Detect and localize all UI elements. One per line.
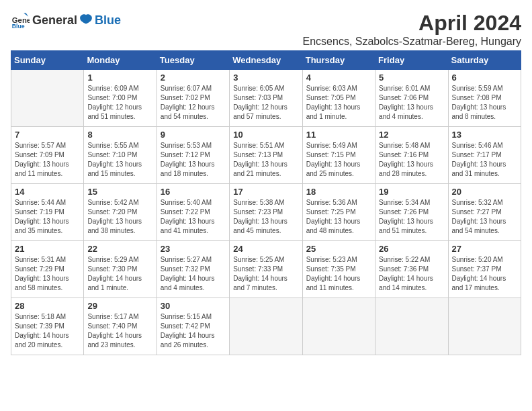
day-info: Sunrise: 5:31 AM Sunset: 7:29 PM Dayligh… [15,255,80,293]
svg-text:Blue: Blue [12,23,25,30]
calendar-day-cell [11,70,84,127]
calendar-day-cell: 24Sunrise: 5:25 AM Sunset: 7:33 PM Dayli… [230,241,302,298]
day-number: 17 [233,187,298,197]
day-info: Sunrise: 5:44 AM Sunset: 7:19 PM Dayligh… [15,198,80,236]
calendar-day-cell: 23Sunrise: 5:27 AM Sunset: 7:32 PM Dayli… [157,241,229,298]
day-number: 19 [379,187,444,197]
day-header-sunday: Sunday [11,51,84,70]
day-info: Sunrise: 5:17 AM Sunset: 7:40 PM Dayligh… [87,312,152,350]
day-info: Sunrise: 6:01 AM Sunset: 7:06 PM Dayligh… [379,84,444,122]
day-number: 9 [161,130,226,140]
day-info: Sunrise: 5:55 AM Sunset: 7:10 PM Dayligh… [87,141,152,179]
calendar-day-cell: 4Sunrise: 6:03 AM Sunset: 7:05 PM Daylig… [302,70,375,127]
day-number: 23 [161,244,226,254]
day-number: 25 [306,244,371,254]
day-info: Sunrise: 5:18 AM Sunset: 7:39 PM Dayligh… [15,312,80,350]
day-number: 16 [161,187,226,197]
title-block: April 2024 Encsencs, Szabolcs-Szatmar-Be… [303,11,521,48]
logo-bird-icon [78,13,94,27]
day-info: Sunrise: 5:49 AM Sunset: 7:15 PM Dayligh… [306,141,371,179]
day-info: Sunrise: 5:57 AM Sunset: 7:09 PM Dayligh… [15,141,80,179]
calendar-day-cell: 21Sunrise: 5:31 AM Sunset: 7:29 PM Dayli… [11,241,84,298]
day-info: Sunrise: 5:46 AM Sunset: 7:17 PM Dayligh… [452,141,517,179]
calendar-header-row: SundayMondayTuesdayWednesdayThursdayFrid… [11,51,521,70]
calendar-day-cell: 18Sunrise: 5:36 AM Sunset: 7:25 PM Dayli… [302,184,375,241]
day-number: 11 [306,130,371,140]
calendar-day-cell: 5Sunrise: 6:01 AM Sunset: 7:06 PM Daylig… [375,70,448,127]
day-number: 2 [161,73,226,83]
day-info: Sunrise: 5:15 AM Sunset: 7:42 PM Dayligh… [161,312,226,350]
calendar-day-cell: 19Sunrise: 5:34 AM Sunset: 7:26 PM Dayli… [375,184,448,241]
day-info: Sunrise: 5:51 AM Sunset: 7:13 PM Dayligh… [233,141,298,179]
location-subtitle: Encsencs, Szabolcs-Szatmar-Bereg, Hungar… [303,36,521,48]
day-number: 27 [452,244,517,254]
calendar-day-cell [302,298,375,355]
logo-blue-text: Blue [95,13,121,28]
day-number: 7 [15,130,80,140]
day-info: Sunrise: 5:34 AM Sunset: 7:26 PM Dayligh… [379,198,444,236]
day-header-tuesday: Tuesday [157,51,229,70]
day-info: Sunrise: 6:05 AM Sunset: 7:03 PM Dayligh… [233,84,298,122]
day-info: Sunrise: 5:29 AM Sunset: 7:30 PM Dayligh… [87,255,152,293]
calendar-day-cell: 2Sunrise: 6:07 AM Sunset: 7:02 PM Daylig… [157,70,229,127]
day-info: Sunrise: 5:36 AM Sunset: 7:25 PM Dayligh… [306,198,371,236]
calendar-day-cell: 29Sunrise: 5:17 AM Sunset: 7:40 PM Dayli… [84,298,157,355]
calendar-week-row: 1Sunrise: 6:09 AM Sunset: 7:00 PM Daylig… [11,70,521,127]
calendar-day-cell: 1Sunrise: 6:09 AM Sunset: 7:00 PM Daylig… [84,70,157,127]
day-number: 3 [233,73,298,83]
calendar-week-row: 28Sunrise: 5:18 AM Sunset: 7:39 PM Dayli… [11,298,521,355]
day-number: 20 [452,187,517,197]
day-number: 6 [452,73,517,83]
calendar-week-row: 7Sunrise: 5:57 AM Sunset: 7:09 PM Daylig… [11,127,521,184]
day-info: Sunrise: 5:20 AM Sunset: 7:37 PM Dayligh… [452,255,517,293]
day-info: Sunrise: 5:32 AM Sunset: 7:27 PM Dayligh… [452,198,517,236]
day-info: Sunrise: 5:23 AM Sunset: 7:35 PM Dayligh… [306,255,371,293]
day-number: 4 [306,73,371,83]
day-header-saturday: Saturday [448,51,521,70]
calendar-day-cell: 30Sunrise: 5:15 AM Sunset: 7:42 PM Dayli… [157,298,229,355]
page-header: General Blue General Blue April 2024 Enc… [11,11,521,48]
day-info: Sunrise: 5:53 AM Sunset: 7:12 PM Dayligh… [161,141,226,179]
day-number: 24 [233,244,298,254]
day-number: 26 [379,244,444,254]
calendar-day-cell: 20Sunrise: 5:32 AM Sunset: 7:27 PM Dayli… [448,184,521,241]
day-number: 14 [15,187,80,197]
day-number: 12 [379,130,444,140]
day-info: Sunrise: 5:27 AM Sunset: 7:32 PM Dayligh… [161,255,226,293]
calendar-day-cell: 3Sunrise: 6:05 AM Sunset: 7:03 PM Daylig… [230,70,302,127]
day-number: 18 [306,187,371,197]
calendar-day-cell [448,298,521,355]
day-number: 10 [233,130,298,140]
day-number: 21 [15,244,80,254]
calendar-week-row: 21Sunrise: 5:31 AM Sunset: 7:29 PM Dayli… [11,241,521,298]
day-info: Sunrise: 5:38 AM Sunset: 7:23 PM Dayligh… [233,198,298,236]
calendar-day-cell [230,298,302,355]
calendar-day-cell: 9Sunrise: 5:53 AM Sunset: 7:12 PM Daylig… [157,127,229,184]
logo: General Blue General Blue [11,11,121,30]
calendar-day-cell: 6Sunrise: 5:59 AM Sunset: 7:08 PM Daylig… [448,70,521,127]
calendar-week-row: 14Sunrise: 5:44 AM Sunset: 7:19 PM Dayli… [11,184,521,241]
calendar-day-cell: 27Sunrise: 5:20 AM Sunset: 7:37 PM Dayli… [448,241,521,298]
calendar-day-cell: 12Sunrise: 5:48 AM Sunset: 7:16 PM Dayli… [375,127,448,184]
day-number: 8 [87,130,152,140]
calendar-table: SundayMondayTuesdayWednesdayThursdayFrid… [11,50,521,355]
day-number: 22 [87,244,152,254]
calendar-day-cell: 28Sunrise: 5:18 AM Sunset: 7:39 PM Dayli… [11,298,84,355]
day-info: Sunrise: 6:03 AM Sunset: 7:05 PM Dayligh… [306,84,371,122]
month-year-title: April 2024 [303,11,521,36]
day-header-thursday: Thursday [302,51,375,70]
calendar-day-cell: 22Sunrise: 5:29 AM Sunset: 7:30 PM Dayli… [84,241,157,298]
day-number: 28 [15,301,80,311]
day-info: Sunrise: 5:42 AM Sunset: 7:20 PM Dayligh… [87,198,152,236]
calendar-day-cell: 11Sunrise: 5:49 AM Sunset: 7:15 PM Dayli… [302,127,375,184]
day-header-wednesday: Wednesday [230,51,302,70]
day-number: 30 [161,301,226,311]
calendar-day-cell: 7Sunrise: 5:57 AM Sunset: 7:09 PM Daylig… [11,127,84,184]
day-info: Sunrise: 5:48 AM Sunset: 7:16 PM Dayligh… [379,141,444,179]
day-info: Sunrise: 5:40 AM Sunset: 7:22 PM Dayligh… [161,198,226,236]
calendar-day-cell: 10Sunrise: 5:51 AM Sunset: 7:13 PM Dayli… [230,127,302,184]
calendar-day-cell: 8Sunrise: 5:55 AM Sunset: 7:10 PM Daylig… [84,127,157,184]
calendar-day-cell: 25Sunrise: 5:23 AM Sunset: 7:35 PM Dayli… [302,241,375,298]
day-number: 29 [87,301,152,311]
calendar-day-cell: 13Sunrise: 5:46 AM Sunset: 7:17 PM Dayli… [448,127,521,184]
